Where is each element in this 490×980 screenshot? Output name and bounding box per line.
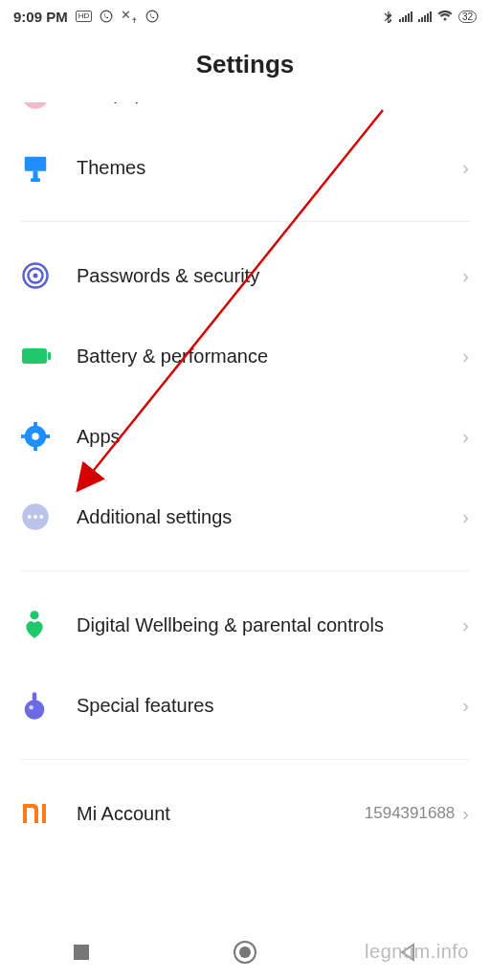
- settings-item-passwords[interactable]: Passwords & security ›: [0, 235, 490, 316]
- chevron-right-icon: ›: [462, 614, 469, 636]
- svg-rect-16: [21, 434, 27, 438]
- svg-point-23: [25, 700, 45, 720]
- svg-rect-14: [33, 422, 37, 428]
- settings-item-label: Apps: [77, 425, 462, 448]
- divider: [21, 570, 469, 571]
- svg-rect-11: [48, 352, 51, 360]
- settings-item-apps[interactable]: Apps ›: [0, 396, 490, 477]
- settings-item-label: Battery & performance: [77, 345, 462, 368]
- no-sim-icon: ✕✝: [121, 8, 138, 25]
- mi-logo-icon: [21, 802, 77, 825]
- svg-point-13: [32, 433, 39, 440]
- page-title: Settings: [0, 50, 490, 79]
- svg-point-19: [28, 515, 32, 519]
- settings-item-label: Mi Account: [77, 802, 365, 825]
- svg-rect-5: [33, 171, 38, 180]
- settings-item-themes[interactable]: Themes ›: [0, 127, 490, 208]
- chevron-right-icon: ›: [462, 157, 469, 179]
- svg-rect-4: [25, 157, 47, 171]
- settings-item-label: Digital Wellbeing & parental controls: [77, 613, 462, 636]
- chevron-right-icon: ›: [462, 102, 469, 103]
- svg-point-21: [39, 515, 43, 519]
- svg-point-1: [146, 11, 158, 22]
- settings-item-mi-account[interactable]: Mi Account 1594391688 ›: [0, 773, 490, 854]
- viber-icon-1: [100, 10, 113, 23]
- svg-point-28: [239, 947, 251, 958]
- navigation-bar: [0, 924, 490, 980]
- wallpaper-icon: [21, 102, 77, 110]
- chevron-right-icon: ›: [462, 506, 469, 528]
- wifi-icon: [437, 11, 453, 22]
- battery-perf-icon: [21, 346, 77, 366]
- settings-item-special[interactable]: Special features ›: [0, 665, 490, 746]
- signal-1-icon: [399, 11, 412, 22]
- status-right: 32: [384, 10, 477, 23]
- svg-point-2: [22, 102, 49, 109]
- settings-item-label: Themes: [77, 156, 462, 179]
- fingerprint-icon: [21, 261, 77, 290]
- divider: [21, 221, 469, 222]
- settings-item-battery[interactable]: Battery & performance ›: [0, 316, 490, 396]
- themes-icon: [21, 153, 77, 182]
- chevron-right-icon: ›: [462, 695, 469, 717]
- settings-item-additional[interactable]: Additional settings ›: [0, 477, 490, 557]
- settings-list: Wallpaper › Themes › Passwords & securit…: [0, 102, 490, 854]
- chevron-right-icon: ›: [462, 803, 469, 825]
- nav-recent-button[interactable]: [24, 943, 139, 962]
- wellbeing-icon: [21, 610, 77, 640]
- battery-icon: 32: [458, 11, 477, 23]
- nav-home-button[interactable]: [188, 940, 302, 965]
- divider: [21, 759, 469, 760]
- status-clock: 9:09 PM: [13, 9, 68, 25]
- settings-item-label: Wallpaper: [77, 102, 462, 104]
- chevron-right-icon: ›: [462, 265, 469, 287]
- svg-rect-17: [44, 434, 50, 438]
- page-header: Settings: [0, 33, 490, 102]
- status-bar: 9:09 PM HD ✕✝ 32: [0, 0, 490, 33]
- viber-icon-2: [145, 10, 159, 23]
- status-left: 9:09 PM HD ✕✝: [13, 8, 159, 25]
- svg-rect-10: [22, 348, 47, 364]
- svg-rect-6: [31, 178, 40, 182]
- svg-rect-24: [33, 692, 37, 701]
- settings-item-wallpaper[interactable]: Wallpaper ›: [0, 102, 490, 122]
- bluetooth-icon: [384, 10, 393, 23]
- chevron-right-icon: ›: [462, 345, 469, 368]
- apps-icon: [21, 422, 77, 451]
- svg-point-9: [33, 274, 38, 278]
- svg-rect-26: [74, 945, 89, 960]
- hd-indicator-icon: HD: [76, 11, 93, 22]
- more-icon: [21, 502, 77, 531]
- settings-item-label: Additional settings: [77, 505, 462, 528]
- settings-item-wellbeing[interactable]: Digital Wellbeing & parental controls ›: [0, 585, 490, 665]
- svg-rect-15: [33, 445, 37, 451]
- svg-point-22: [30, 611, 38, 619]
- chevron-right-icon: ›: [462, 426, 469, 448]
- special-icon: [21, 690, 77, 721]
- settings-item-value: 1594391688: [365, 804, 456, 823]
- signal-2-icon: [418, 11, 432, 22]
- nav-back-button[interactable]: [351, 942, 466, 963]
- svg-point-0: [100, 11, 112, 22]
- svg-point-25: [29, 705, 33, 710]
- svg-point-20: [33, 515, 37, 519]
- settings-item-label: Special features: [77, 694, 462, 717]
- settings-item-label: Passwords & security: [77, 264, 462, 287]
